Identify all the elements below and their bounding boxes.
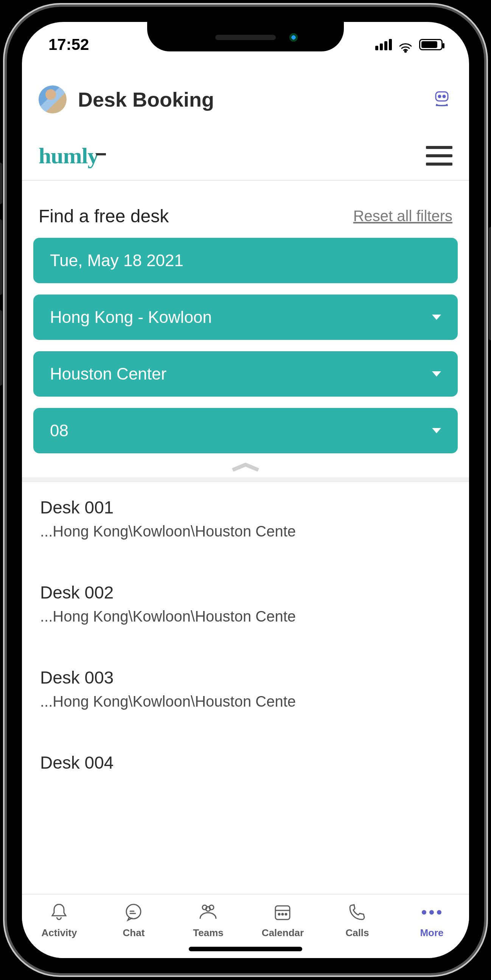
phone-icon — [346, 901, 368, 923]
desk-title: Desk 004 — [40, 752, 451, 773]
tab-label: Activity — [41, 927, 77, 939]
app-header: Desk Booking — [22, 75, 469, 124]
desk-title: Desk 003 — [40, 667, 451, 688]
desk-path: ...Hong Kong\Kowloon\Houston Cente — [40, 693, 451, 710]
find-desk-heading: Find a free desk — [38, 206, 169, 226]
tab-label: Calls — [345, 927, 369, 939]
page-title: Desk Booking — [78, 88, 420, 111]
desk-title: Desk 002 — [40, 582, 451, 603]
results-list: Desk 001 ...Hong Kong\Kowloon\Houston Ce… — [22, 482, 469, 773]
bell-icon — [48, 901, 70, 923]
svg-point-2 — [443, 95, 445, 97]
list-item[interactable]: Desk 001 ...Hong Kong\Kowloon\Houston Ce… — [22, 482, 469, 554]
bot-icon[interactable] — [431, 89, 453, 110]
desk-title: Desk 001 — [40, 497, 451, 518]
city-filter-value: Hong Kong - Kowloon — [50, 308, 212, 327]
svg-point-10 — [282, 913, 283, 915]
device-volume-up — [0, 219, 2, 295]
floor-filter[interactable]: 08 — [33, 408, 458, 453]
tab-teams[interactable]: Teams — [171, 901, 245, 939]
cellular-icon — [375, 39, 392, 50]
avatar[interactable] — [38, 86, 67, 113]
desk-path: ...Hong Kong\Kowloon\Houston Cente — [40, 523, 451, 540]
status-time: 17:52 — [48, 35, 89, 54]
chevron-down-icon — [432, 315, 441, 320]
city-filter[interactable]: Hong Kong - Kowloon — [33, 294, 458, 340]
collapse-filters-handle[interactable] — [22, 453, 469, 477]
tab-label: More — [420, 927, 443, 939]
section-divider — [22, 477, 469, 482]
svg-point-9 — [278, 913, 280, 915]
battery-icon — [419, 39, 443, 50]
device-mute-switch — [0, 162, 2, 204]
building-filter-value: Houston Center — [50, 364, 166, 383]
home-indicator[interactable] — [189, 947, 302, 951]
svg-rect-0 — [436, 92, 448, 101]
humly-logo[interactable]: humly — [38, 143, 106, 169]
list-item[interactable]: Desk 002 ...Hong Kong\Kowloon\Houston Ce… — [22, 567, 469, 640]
tab-calendar[interactable]: Calendar — [246, 901, 320, 939]
tab-chat[interactable]: Chat — [96, 901, 171, 939]
teams-icon — [197, 901, 219, 923]
list-item[interactable]: Desk 003 ...Hong Kong\Kowloon\Houston Ce… — [22, 652, 469, 724]
desk-path: ...Hong Kong\Kowloon\Houston Cente — [40, 608, 451, 625]
tab-label: Calendar — [262, 927, 304, 939]
svg-point-11 — [285, 913, 287, 915]
tab-activity[interactable]: Activity — [22, 901, 96, 939]
list-item[interactable]: Desk 004 — [22, 737, 469, 773]
device-power-button — [489, 227, 491, 340]
phone-frame: 17:52 Desk Booking — [0, 0, 491, 980]
notch — [147, 22, 344, 51]
svg-rect-7 — [276, 906, 290, 920]
content: Find a free desk Reset all filters Tue, … — [22, 188, 469, 894]
date-filter-value: Tue, May 18 2021 — [50, 251, 183, 270]
tab-label: Teams — [193, 927, 223, 939]
chevron-down-icon — [432, 428, 441, 433]
date-filter[interactable]: Tue, May 18 2021 — [33, 238, 458, 283]
device-volume-down — [0, 310, 2, 386]
calendar-icon — [272, 901, 293, 923]
screen: 17:52 Desk Booking — [22, 22, 469, 958]
chevron-down-icon — [432, 371, 441, 377]
tab-calls[interactable]: Calls — [320, 901, 394, 939]
hamburger-menu-icon[interactable] — [426, 146, 453, 165]
chat-icon — [123, 901, 145, 923]
building-filter[interactable]: Houston Center — [33, 351, 458, 397]
floor-filter-value: 08 — [50, 421, 69, 440]
brand-bar: humly — [22, 132, 469, 181]
svg-point-1 — [438, 95, 441, 97]
more-icon — [421, 901, 443, 923]
wifi-icon — [399, 39, 412, 50]
reset-filters-link[interactable]: Reset all filters — [353, 208, 453, 224]
filter-group: Tue, May 18 2021 Hong Kong - Kowloon Hou… — [22, 238, 469, 453]
tab-more[interactable]: More — [395, 901, 469, 939]
tab-label: Chat — [123, 927, 145, 939]
